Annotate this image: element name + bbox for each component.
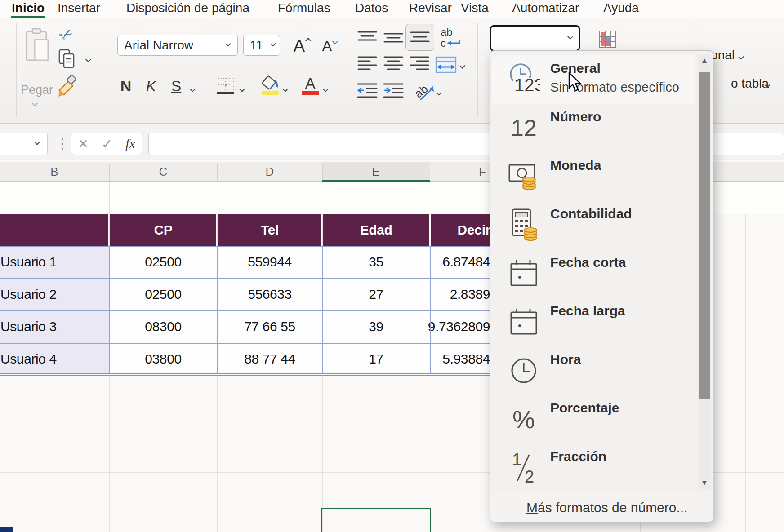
- scroll-up-icon[interactable]: ▲: [698, 56, 711, 65]
- menu-item-general[interactable]: 123 General Sin formato específico: [492, 55, 695, 104]
- align-left-button[interactable]: [356, 54, 379, 72]
- cell-D-tel4[interactable]: 88 77 44: [217, 343, 322, 375]
- cell-B-usuario2[interactable]: Usuario 2: [0, 278, 109, 310]
- chevron-down-icon: [567, 34, 573, 40]
- copy-button[interactable]: [58, 49, 76, 69]
- column-header-C[interactable]: C: [150, 165, 177, 179]
- font-size-combobox[interactable]: 11: [243, 35, 280, 56]
- align-top-button[interactable]: [356, 28, 379, 46]
- paste-label[interactable]: Pegar: [20, 83, 54, 97]
- table-border: [0, 343, 535, 344]
- increase-indent-button[interactable]: [382, 80, 405, 100]
- wrap-text-button[interactable]: ab c: [439, 27, 464, 50]
- tab-vista[interactable]: Vista: [461, 1, 489, 15]
- paste-button[interactable]: [22, 27, 51, 63]
- format-as-table-chevron[interactable]: [765, 81, 769, 89]
- name-box[interactable]: [0, 133, 48, 155]
- underline-dropdown-chevron[interactable]: [191, 85, 195, 93]
- menu-item-hora[interactable]: Hora: [492, 346, 695, 395]
- cell-C-cp4[interactable]: 03800: [109, 343, 217, 375]
- merge-center-button[interactable]: [433, 54, 459, 75]
- cell-B-usuario1[interactable]: Usuario 1: [0, 246, 109, 278]
- borders-dropdown-chevron[interactable]: [240, 85, 244, 93]
- merge-dropdown-chevron[interactable]: [460, 62, 464, 70]
- scrollbar-thumb[interactable]: [699, 72, 710, 399]
- column-header-D[interactable]: D: [256, 165, 283, 179]
- tab-disposicion[interactable]: Disposición de página: [126, 1, 249, 15]
- align-right-button[interactable]: [408, 54, 431, 72]
- format-painter-button[interactable]: [57, 75, 77, 98]
- formula-bar-grip[interactable]: ⋮: [56, 136, 70, 151]
- cell-B-usuario3[interactable]: Usuario 3: [0, 310, 109, 343]
- menu-item-fecha-corta[interactable]: Fecha corta: [492, 249, 695, 298]
- ribbon-separator: [111, 23, 111, 117]
- cell-C-cp2[interactable]: 02500: [109, 278, 217, 310]
- fill-color-button[interactable]: [259, 74, 282, 98]
- tab-automatizar[interactable]: Automatizar: [512, 1, 579, 15]
- cell-D-tel1[interactable]: 559944: [217, 246, 322, 278]
- menu-item-fecha-larga[interactable]: Fecha larga: [492, 298, 695, 346]
- small-separator: [208, 73, 208, 99]
- cell-F-dec2[interactable]: 2.8389: [430, 278, 493, 310]
- copy-dropdown-chevron[interactable]: [86, 55, 90, 63]
- tab-ayuda[interactable]: Ayuda: [603, 1, 639, 15]
- menu-item-fraccion[interactable]: 1 2 Fracción: [492, 443, 695, 492]
- align-middle-button[interactable]: [382, 28, 405, 46]
- borders-button[interactable]: [215, 75, 236, 97]
- fill-color-dropdown-chevron[interactable]: [283, 85, 287, 93]
- menu-item-moneda[interactable]: Moneda: [492, 152, 695, 201]
- tab-formulas[interactable]: Fórmulas: [278, 1, 330, 15]
- cell-C-cp1[interactable]: 02500: [109, 246, 217, 278]
- underline-button[interactable]: S: [166, 75, 186, 97]
- column-header-B[interactable]: B: [41, 165, 68, 179]
- font-color-button[interactable]: A: [298, 74, 322, 98]
- cell-D-tel2[interactable]: 556633: [217, 278, 322, 310]
- cell-E-edad2[interactable]: 27: [322, 278, 430, 310]
- cell-E-edad4[interactable]: 17: [322, 343, 430, 375]
- menu-item-numero[interactable]: 12 Número: [492, 104, 695, 152]
- orientation-dropdown-chevron[interactable]: [437, 89, 441, 97]
- align-bottom-button-selected[interactable]: [405, 24, 434, 51]
- decrease-font-button[interactable]: A: [317, 35, 341, 56]
- insert-function-icon[interactable]: fx: [125, 136, 135, 151]
- format-as-table-label-partial[interactable]: o tabla: [731, 76, 769, 91]
- tab-inicio[interactable]: Inicio: [12, 1, 45, 15]
- scroll-down-icon[interactable]: ▼: [698, 479, 711, 488]
- font-color-dropdown-chevron[interactable]: [324, 85, 328, 93]
- cell-E-edad3[interactable]: 39: [322, 310, 430, 343]
- increase-font-button[interactable]: A: [290, 35, 313, 56]
- align-center-button[interactable]: [382, 54, 405, 72]
- menu-item-label: Fecha larga: [550, 303, 625, 319]
- cell-F-dec3[interactable]: 9.7362809: [430, 310, 493, 343]
- tab-insertar[interactable]: Insertar: [58, 1, 100, 15]
- tab-datos[interactable]: Datos: [355, 1, 388, 15]
- more-number-formats[interactable]: Más formatos de número...: [490, 492, 713, 522]
- cell-D-tel3[interactable]: 77 66 55: [217, 310, 322, 343]
- cell-E-edad1[interactable]: 35: [322, 246, 430, 278]
- cell-B-usuario4[interactable]: Usuario 4: [0, 343, 109, 375]
- paste-dropdown-chevron[interactable]: [33, 99, 37, 107]
- number-12-icon: 12: [507, 108, 540, 148]
- conditional-formatting-button[interactable]: [598, 30, 618, 49]
- enter-icon[interactable]: ✓: [101, 136, 112, 152]
- cell-C-cp3[interactable]: 08300: [109, 310, 217, 343]
- decrease-indent-button[interactable]: [356, 80, 379, 100]
- cut-button[interactable]: ✂: [53, 22, 79, 48]
- menu-item-contabilidad[interactable]: Contabilidad: [492, 201, 695, 249]
- conditional-formatting-chevron[interactable]: [739, 53, 743, 61]
- bold-button[interactable]: N: [116, 75, 136, 97]
- menu-item-label: Porcentaje: [550, 400, 619, 416]
- column-header-E[interactable]: E: [362, 165, 389, 179]
- italic-button[interactable]: K: [141, 75, 161, 97]
- cell-F-dec1[interactable]: 6.87484: [430, 246, 493, 278]
- scissors-icon: ✂: [55, 23, 76, 46]
- text-orientation-button[interactable]: ab: [412, 80, 437, 102]
- menu-item-porcentaje[interactable]: % Porcentaje: [492, 395, 695, 443]
- active-cell-selection[interactable]: [321, 508, 431, 532]
- tab-revisar[interactable]: Revisar: [409, 1, 452, 15]
- font-name-combobox[interactable]: Arial Narrow: [117, 35, 238, 56]
- cancel-icon[interactable]: ✕: [78, 137, 88, 151]
- dropdown-scrollbar[interactable]: ▲ ▼: [698, 54, 711, 489]
- cell-F-dec4[interactable]: 5.93884: [430, 343, 493, 375]
- number-format-combobox[interactable]: [490, 25, 580, 51]
